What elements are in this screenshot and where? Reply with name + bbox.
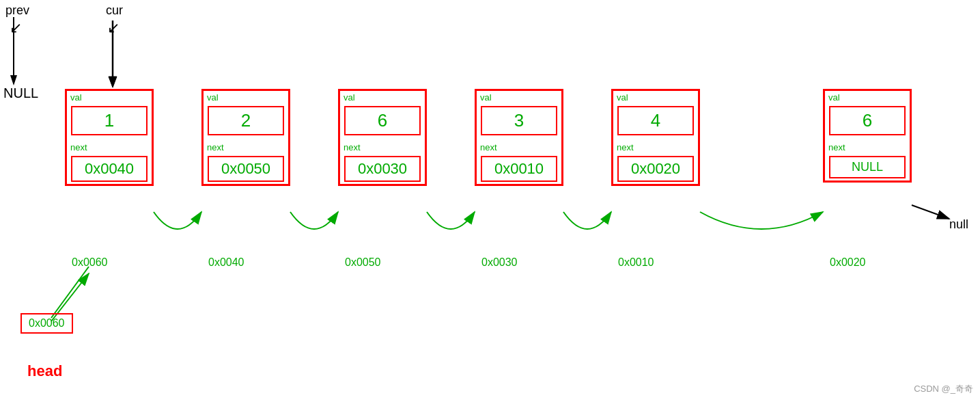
node-3: val 6 next 0x0030	[338, 89, 427, 186]
node-1-val-label: val	[67, 91, 152, 104]
node-1-next-label: next	[67, 141, 152, 154]
node-1: val 1 next 0x0040	[65, 89, 154, 186]
node-1-val: 1	[71, 106, 148, 135]
cur-pointer-label: cur	[106, 3, 123, 18]
null-label: NULL	[3, 85, 38, 101]
node-5-next-label: next	[613, 141, 698, 154]
svg-line-8	[51, 267, 89, 318]
node-5: val 4 next 0x0020	[611, 89, 700, 186]
head-box: 0x0060	[20, 313, 73, 334]
node-4-next-label: next	[477, 141, 561, 154]
node-6-val: 6	[829, 106, 906, 135]
node-5-val: 4	[617, 106, 694, 135]
node-1-addr: 0x0060	[72, 256, 108, 269]
node-3-next-label: next	[340, 141, 425, 154]
cur-arrow-indicator: ↙	[107, 19, 120, 37]
node-5-addr: 0x0010	[618, 256, 654, 269]
prev-arrow-indicator: ↙	[10, 19, 22, 37]
node-5-val-label: val	[613, 91, 698, 104]
node-4-val: 3	[481, 106, 557, 135]
node-2-next: 0x0050	[208, 156, 284, 182]
node-3-val: 6	[344, 106, 421, 135]
node-2: val 2 next 0x0050	[201, 89, 290, 186]
svg-line-6	[912, 205, 949, 219]
node-2-next-label: next	[204, 141, 288, 154]
arrows-svg	[0, 0, 980, 402]
svg-marker-3	[109, 77, 117, 88]
node-6: val 6 next NULL	[823, 89, 912, 183]
null-end-label: null	[949, 217, 968, 232]
watermark: CSDN @_奇奇	[914, 383, 973, 395]
node-2-addr: 0x0040	[208, 256, 244, 269]
node-6-addr: 0x0020	[830, 256, 866, 269]
head-text: head	[27, 362, 62, 380]
node-5-next: 0x0020	[617, 156, 694, 182]
node-4: val 3 next 0x0010	[475, 89, 563, 186]
diagram: prev cur ↙ ↙ NULL val 1 next 0x0040 0x00…	[0, 0, 980, 402]
node-3-val-label: val	[340, 91, 425, 104]
node-4-val-label: val	[477, 91, 561, 104]
node-6-next-label: next	[825, 141, 910, 154]
node-3-addr: 0x0050	[345, 256, 381, 269]
node-6-next: NULL	[829, 156, 906, 178]
node-1-next: 0x0040	[71, 156, 148, 182]
node-4-addr: 0x0030	[481, 256, 518, 269]
node-6-val-label: val	[825, 91, 910, 104]
svg-marker-1	[10, 75, 17, 85]
node-2-val: 2	[208, 106, 284, 135]
node-4-next: 0x0010	[481, 156, 557, 182]
prev-pointer-label: prev	[5, 3, 29, 18]
node-3-next: 0x0030	[344, 156, 421, 182]
node-2-val-label: val	[204, 91, 288, 104]
